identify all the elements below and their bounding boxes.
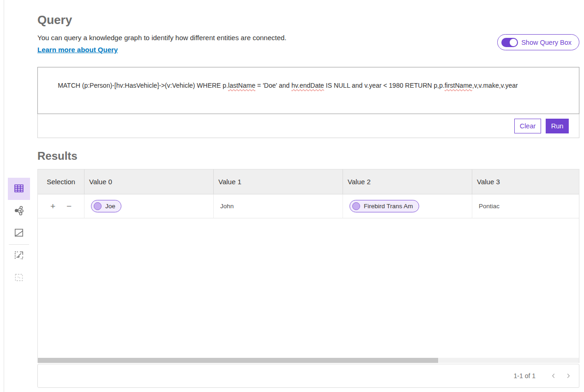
entity-pill[interactable]: Firebird Trans Am bbox=[349, 200, 419, 212]
previous-page-button[interactable] bbox=[547, 369, 560, 383]
toggle-label: Show Query Box bbox=[521, 39, 572, 46]
remove-from-selection-button[interactable]: − bbox=[65, 201, 73, 211]
sidebar-item-add-to-map[interactable] bbox=[8, 245, 30, 267]
scrollbar-thumb[interactable] bbox=[38, 358, 438, 363]
learn-more-link[interactable]: Learn more about Query bbox=[37, 46, 118, 54]
column-header-value1: Value 1 bbox=[213, 169, 343, 194]
cell-value3: Pontiac bbox=[472, 194, 579, 218]
query-actions: Clear Run bbox=[37, 114, 579, 138]
cell-value1: John bbox=[213, 194, 343, 218]
query-input[interactable]: MATCH (p:Person)-[hv:HasVehicle]->(v:Veh… bbox=[37, 67, 579, 114]
table-header-row: Selection Value 0 Value 1 Value 2 Value … bbox=[38, 169, 579, 194]
table-empty-area bbox=[38, 218, 579, 358]
sidebar-item-link-chart-view[interactable] bbox=[8, 200, 30, 222]
cell-value0: Joe bbox=[84, 194, 213, 218]
link-chart-icon bbox=[14, 205, 24, 217]
entity-label: Joe bbox=[105, 203, 115, 210]
query-panel: MATCH (p:Person)-[hv:HasVehicle]->(v:Veh… bbox=[37, 67, 579, 138]
cell-value2: Firebird Trans Am bbox=[343, 194, 472, 218]
column-header-value0: Value 0 bbox=[84, 169, 213, 194]
cell-selection: + − bbox=[38, 194, 84, 218]
add-to-selection-button[interactable]: + bbox=[48, 201, 57, 211]
entity-pill[interactable]: Joe bbox=[91, 200, 121, 212]
main-content: Query You can query a knowledge graph to… bbox=[37, 0, 579, 388]
selection-marquee-icon bbox=[14, 272, 24, 284]
pagination-bar: 1-1 of 1 bbox=[37, 364, 579, 388]
table-row: + − Joe John Firebird Trans Am Pont bbox=[38, 194, 579, 218]
table-icon bbox=[14, 183, 24, 195]
clear-button[interactable]: Clear bbox=[514, 119, 541, 133]
pagination-label: 1-1 of 1 bbox=[514, 372, 536, 380]
next-page-button[interactable] bbox=[561, 369, 575, 383]
view-sidebar bbox=[8, 178, 30, 289]
run-button[interactable]: Run bbox=[546, 119, 569, 133]
results-title: Results bbox=[37, 149, 579, 163]
entity-dot-icon bbox=[94, 202, 102, 210]
horizontal-scrollbar[interactable] bbox=[38, 358, 579, 363]
show-query-box-toggle[interactable]: Show Query Box bbox=[497, 34, 579, 50]
panel-divider bbox=[4, 0, 4, 392]
column-header-value3: Value 3 bbox=[472, 169, 579, 194]
entity-label: Firebird Trans Am bbox=[364, 203, 413, 210]
page-title: Query bbox=[37, 12, 579, 28]
column-header-selection: Selection bbox=[38, 169, 84, 194]
column-header-value2: Value 2 bbox=[343, 169, 472, 194]
query-page: Query You can query a knowledge graph to… bbox=[0, 0, 584, 392]
sidebar-item-selection-tool bbox=[8, 267, 30, 289]
sidebar-item-map-view[interactable] bbox=[8, 222, 30, 244]
sidebar-item-table-view[interactable] bbox=[8, 178, 30, 200]
resize-handle[interactable] bbox=[572, 107, 578, 113]
toggle-switch-icon bbox=[501, 38, 518, 47]
results-table: Selection Value 0 Value 1 Value 2 Value … bbox=[37, 169, 579, 363]
entity-dot-icon bbox=[352, 202, 360, 210]
add-to-map-icon bbox=[14, 250, 24, 262]
map-icon bbox=[14, 228, 24, 239]
